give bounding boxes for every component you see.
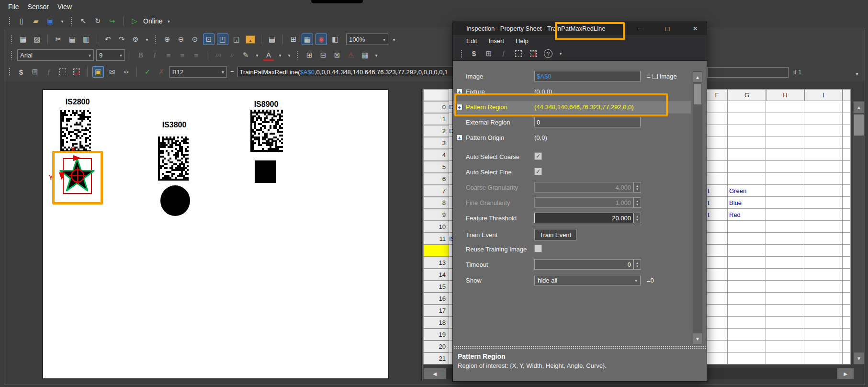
show-select[interactable]: hide all▾ [534, 275, 641, 285]
cut-icon[interactable]: ✂ [53, 34, 64, 45]
row-header-0[interactable]: 0 [423, 101, 449, 113]
zoom-level-select[interactable]: 100%▾ [346, 34, 388, 45]
dialog-grid-icon[interactable]: ⊞ [483, 48, 495, 59]
row-header-3[interactable]: 3 [423, 137, 449, 149]
cell-a2-sliver[interactable]: D [449, 125, 452, 137]
sheet-cell-I9[interactable] [804, 209, 843, 221]
dialog-scrollbar-track[interactable] [693, 71, 702, 344]
sheet-cell-G4[interactable] [728, 149, 766, 161]
sheet-cell-F3[interactable] [706, 137, 728, 149]
sheet-cell-H20[interactable] [766, 341, 804, 353]
sheet-cell-G18[interactable] [728, 317, 766, 329]
minimize-button[interactable]: − [631, 23, 648, 34]
sheet-cell-G15[interactable] [728, 281, 766, 293]
export-icon[interactable]: ↪ [106, 15, 118, 27]
sheet-cell-G12[interactable] [728, 245, 766, 257]
import-image-icon[interactable]: ▦ [17, 34, 29, 45]
row-header-13[interactable]: 13 [423, 257, 449, 269]
select-region-icon[interactable] [57, 66, 68, 78]
sheet-cell-F11[interactable] [706, 233, 728, 245]
sheet-vscrollbar-thumb[interactable] [854, 114, 864, 136]
undo-icon[interactable]: ↶ [102, 34, 113, 45]
sheet-cell-H7[interactable] [766, 185, 804, 197]
sheet-cell-H15[interactable] [766, 281, 804, 293]
cell-a4-sliver[interactable] [449, 149, 452, 161]
move-region-icon[interactable]: ◱ [231, 34, 242, 45]
toolbar-grip[interactable] [9, 68, 11, 76]
cell-reference-icon[interactable]: <> [120, 66, 132, 78]
sheet-cell-x12[interactable] [843, 245, 851, 257]
sheet-cell-I8[interactable] [804, 197, 843, 209]
font-size-select[interactable]: 9▾ [96, 49, 125, 61]
dialog-menu-insert[interactable]: Insert [488, 37, 504, 45]
row-header-16[interactable]: 16 [423, 293, 449, 305]
maximize-button[interactable]: □ [659, 23, 676, 34]
row-header-4[interactable]: 4 [423, 149, 449, 161]
toolbar-grip[interactable] [155, 35, 157, 44]
sheet-cell-H13[interactable] [766, 257, 804, 269]
redo-icon[interactable]: ↷ [116, 34, 127, 45]
dialog-title-bar[interactable]: Inspection - Property Sheet - TrainPatMa… [453, 22, 707, 35]
sheet-cell-F2[interactable] [706, 125, 728, 137]
sheet-cell-I21[interactable] [804, 353, 843, 364]
format-painter-icon[interactable]: ✎ [240, 49, 251, 61]
row-header-8[interactable]: 8 [423, 197, 449, 209]
dialog-scroll-up-button[interactable]: ▲ [693, 71, 702, 83]
sheet-cell-H8[interactable] [766, 197, 804, 209]
cell-a0-sliver[interactable]: D [449, 101, 452, 113]
sheet-cell-G13[interactable] [728, 257, 766, 269]
edit-dropdown-icon[interactable]: ▾ [144, 34, 150, 45]
sheet-cell-x13[interactable] [843, 257, 851, 269]
dialog-overflow-icon[interactable]: ▾ [557, 48, 564, 59]
cell-state-icon[interactable]: ▦ [359, 49, 371, 61]
sheet-cell-F17[interactable] [706, 305, 728, 317]
row-header-2[interactable]: 2 [423, 125, 449, 137]
online-dropdown-icon[interactable]: ▾ [165, 15, 172, 27]
sheet-cell-x20[interactable] [843, 341, 851, 353]
zoom-region-icon[interactable]: ⊡ [203, 34, 214, 45]
cell-a18-sliver[interactable] [449, 317, 452, 329]
zoom-dropdown-icon[interactable]: ▾ [391, 34, 397, 45]
fill-dropdown-icon[interactable]: ▾ [254, 49, 260, 61]
sheet-cell-x3[interactable] [843, 137, 851, 149]
sheet-cell-G19[interactable] [728, 329, 766, 341]
cell-a21-sliver[interactable] [449, 353, 452, 364]
cell-a19-sliver[interactable] [449, 329, 452, 341]
sheet-cell-x7[interactable] [843, 185, 851, 197]
zoom-actual-icon[interactable]: ⊙ [189, 34, 201, 45]
sheet-cell-G10[interactable] [728, 221, 766, 233]
sheet-cell-x10[interactable] [843, 221, 851, 233]
insert-row-icon[interactable]: ⊟ [317, 49, 329, 61]
sheet-cell-I20[interactable] [804, 341, 843, 353]
if-condition-link[interactable]: if 1 [793, 68, 801, 76]
sheet-cell-H0[interactable] [766, 101, 804, 113]
sheet-cell-I15[interactable] [804, 281, 843, 293]
sheet-cell-F19[interactable] [706, 329, 728, 341]
coarse-granularity-spinner[interactable]: ▲▼ [633, 182, 641, 193]
sheet-cell-H19[interactable] [766, 329, 804, 341]
timeout-input[interactable]: 0 [534, 259, 633, 270]
increase-decimal-icon[interactable]: .00 [212, 49, 224, 61]
sheet-scroll-up-button[interactable]: ▲ [853, 101, 865, 114]
column-header-I[interactable]: I [804, 89, 843, 101]
sheet-cell-x21[interactable] [843, 353, 851, 364]
cell-a6-sliver[interactable] [449, 173, 452, 185]
save-dropdown-icon[interactable]: ▾ [59, 15, 66, 27]
show-overlay-icon[interactable]: ◉ [316, 34, 327, 45]
sheet-cell-H5[interactable] [766, 161, 804, 173]
zoom-out-icon[interactable]: ⊖ [175, 34, 187, 45]
sheet-cell-x11[interactable] [843, 233, 851, 245]
menu-sensor[interactable]: Sensor [23, 1, 53, 12]
image-display-pane[interactable]: IS2800 IS3800 IS8900 X Y [42, 89, 389, 379]
sheet-cell-I5[interactable] [804, 161, 843, 173]
toolbar-grip[interactable] [9, 17, 11, 25]
row-header-11[interactable]: 11 [423, 233, 449, 245]
sheet-cell-G9[interactable]: Red [728, 209, 766, 221]
format-overflow-icon[interactable]: ▾ [286, 49, 293, 61]
show-grid-icon[interactable]: ⊞ [288, 34, 299, 45]
sheet-cell-H6[interactable] [766, 173, 804, 185]
auto-select-coarse-checkbox[interactable]: ✓ [534, 152, 542, 160]
find-icon[interactable]: ⊚ [130, 34, 141, 45]
pattern-region-icon[interactable] [71, 66, 82, 78]
dialog-scrollbar-thumb[interactable] [694, 84, 701, 104]
